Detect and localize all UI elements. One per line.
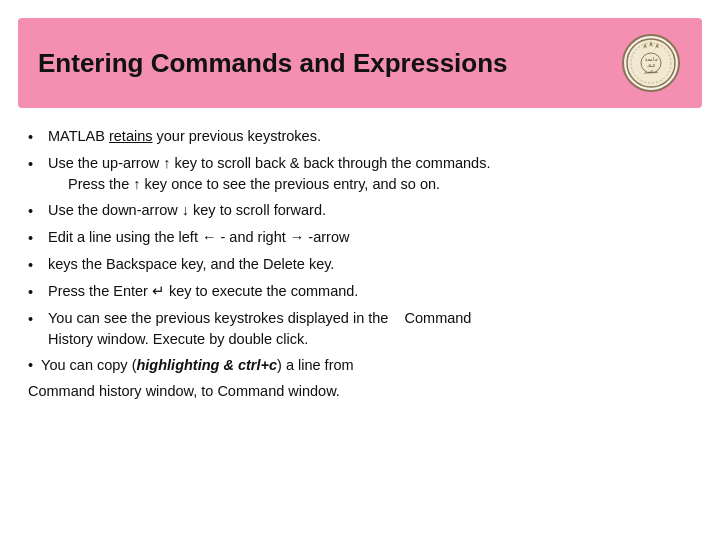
content-area: • MATLAB retains your previous keystroke… (0, 108, 720, 417)
list-item: • Press the Enter ↵ key to execute the c… (28, 281, 692, 303)
italic-text: highlighting & ctrl+c (136, 357, 277, 373)
list-item-text: MATLAB retains your previous keystrokes. (48, 126, 692, 147)
footer-line: Command history window, to Command windo… (28, 381, 692, 402)
list-item: • Use the down-arrow ↓ key to scroll for… (28, 200, 692, 222)
list-item: • Edit a line using the left ← - and rig… (28, 227, 692, 249)
bullet-icon: • (28, 355, 33, 376)
header-bar: Entering Commands and Expressions جامعة … (18, 18, 702, 108)
extra-bullet-line: • You can copy (highlighting & ctrl+c) a… (28, 355, 692, 376)
bullet-icon: • (28, 228, 40, 249)
bullet-icon: • (28, 309, 40, 330)
logo-svg: جامعة الملك عبدالعزيز (625, 37, 677, 89)
slide: Entering Commands and Expressions جامعة … (0, 18, 720, 540)
logo-area: جامعة الملك عبدالعزيز (620, 32, 682, 94)
list-item-text: Use the up-arrow ↑ key to scroll back & … (48, 153, 692, 195)
continuation-text: History window. Execute by double click. (48, 331, 308, 347)
list-item: • MATLAB retains your previous keystroke… (28, 126, 692, 148)
svg-text:جامعة: جامعة (645, 57, 658, 62)
continuation-text: Press the ↑ key once to see the previous… (68, 176, 440, 192)
underline-text: retains (109, 128, 153, 144)
list-item-text: Press the Enter ↵ key to execute the com… (48, 281, 692, 302)
list-item-text: You can see the previous keystrokes disp… (48, 308, 692, 350)
list-item: • You can see the previous keystrokes di… (28, 308, 692, 350)
list-item: • keys the Backspace key, and the Delete… (28, 254, 692, 276)
bullet-icon: • (28, 154, 40, 175)
bullet-icon: • (28, 282, 40, 303)
svg-text:الملك: الملك (647, 63, 655, 68)
list-item-text: Edit a line using the left ← - and right… (48, 227, 692, 248)
university-logo: جامعة الملك عبدالعزيز (622, 34, 680, 92)
list-item-text: keys the Backspace key, and the Delete k… (48, 254, 692, 275)
list-item: • Use the up-arrow ↑ key to scroll back … (28, 153, 692, 195)
bullet-icon: • (28, 201, 40, 222)
bullet-list: • MATLAB retains your previous keystroke… (28, 126, 692, 350)
bullet-icon: • (28, 255, 40, 276)
extra-bullet-text: You can copy (highlighting & ctrl+c) a l… (41, 355, 354, 376)
bullet-icon: • (28, 127, 40, 148)
page-title: Entering Commands and Expressions (38, 48, 508, 79)
svg-text:عبدالعزيز: عبدالعزيز (643, 69, 658, 74)
list-item-text: Use the down-arrow ↓ key to scroll forwa… (48, 200, 692, 221)
